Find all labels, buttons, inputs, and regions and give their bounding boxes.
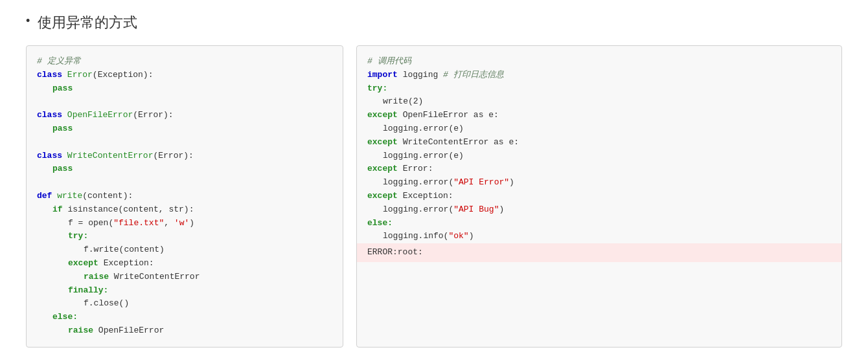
code-line: except Error:: [367, 162, 831, 176]
error-output-line: ERROR:root:: [357, 243, 841, 262]
code-line: else:: [367, 217, 831, 230]
code-blank: [37, 176, 332, 190]
bullet-item: • 使用异常的方式: [26, 13, 842, 32]
bullet-dot: •: [26, 14, 30, 28]
code-line: logging.error(e): [367, 149, 831, 163]
code-line: except OpenFileError as e:: [367, 109, 831, 122]
code-line: class Error(Exception):: [37, 69, 332, 82]
code-line: f = open("file.txt", 'w'): [37, 217, 332, 230]
code-line: logging.error("API Bug"): [367, 203, 831, 217]
left-code-panel: # 定义异常 class Error(Exception): pass clas…: [26, 45, 343, 348]
code-line: logging.info("ok"): [367, 230, 831, 243]
code-line: try:: [367, 82, 831, 96]
code-line: logging.error(e): [367, 122, 831, 136]
code-line: else:: [37, 311, 332, 324]
code-line: pass: [37, 82, 332, 96]
code-line: except Exception:: [367, 190, 831, 203]
code-line: class WriteContentError(Error):: [37, 149, 332, 163]
code-line: f.write(content): [37, 243, 332, 257]
code-line: except Exception:: [37, 257, 332, 271]
code-line: if isinstance(content, str):: [37, 203, 332, 217]
code-panels: # 定义异常 class Error(Exception): pass clas…: [26, 45, 842, 348]
code-line: raise OpenFileError: [37, 324, 332, 338]
code-line: raise WriteContentError: [37, 271, 332, 284]
code-line: except WriteContentError as e:: [367, 136, 831, 149]
bullet-text: 使用异常的方式: [38, 13, 137, 32]
code-line: class OpenFileError(Error):: [37, 109, 332, 122]
code-line: pass: [37, 162, 332, 176]
code-line: f.close(): [37, 297, 332, 311]
code-blank: [37, 95, 332, 109]
code-blank: [37, 136, 332, 149]
right-code-panel: # 调用代码 import logging # 打印日志信息 try: writ…: [356, 45, 842, 348]
left-comment: # 定义异常: [37, 55, 332, 69]
right-comment: # 调用代码: [367, 55, 831, 69]
code-line: def write(content):: [37, 190, 332, 203]
code-line: logging.error("API Error"): [367, 176, 831, 190]
code-line: import logging # 打印日志信息: [367, 69, 831, 82]
code-line: pass: [37, 122, 332, 136]
code-line: finally:: [37, 284, 332, 298]
code-line: try:: [37, 230, 332, 243]
code-line: write(2): [367, 95, 831, 109]
